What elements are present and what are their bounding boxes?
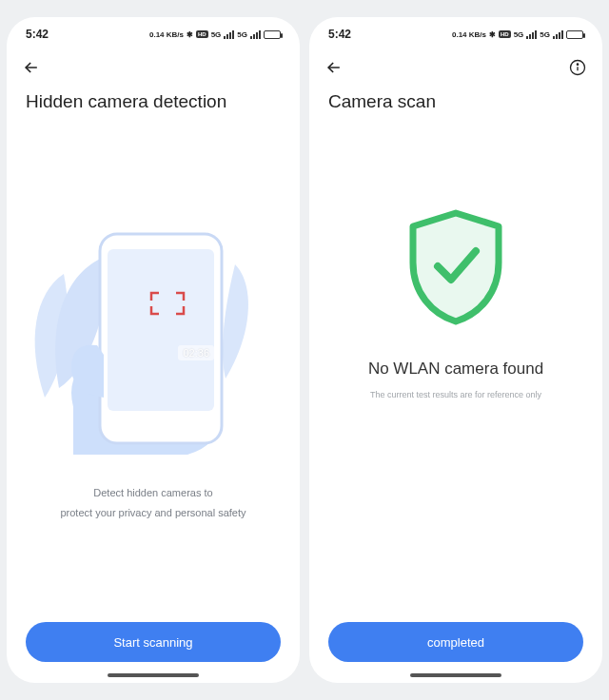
net-label-2: 5G — [540, 30, 550, 39]
bluetooth-icon: ✱ — [187, 30, 193, 39]
signal-icon-2 — [250, 30, 261, 39]
battery-icon — [566, 30, 583, 39]
result-subtitle: The current test results are for referen… — [370, 390, 541, 399]
status-indicators: 0.14 KB/s ✱ HD 5G 5G — [149, 30, 281, 39]
screen-hidden-camera-detection: 5:42 0.14 KB/s ✱ HD 5G 5G Hidden camera … — [7, 17, 300, 683]
result-title: No WLAN camera found — [368, 360, 543, 379]
status-time: 5:42 — [328, 28, 351, 41]
battery-icon — [264, 30, 281, 39]
net-label-2: 5G — [237, 30, 247, 39]
button-label: completed — [427, 635, 484, 650]
info-button[interactable] — [568, 58, 587, 77]
bluetooth-icon: ✱ — [489, 30, 496, 39]
start-scanning-button[interactable]: Start scanning — [26, 622, 281, 662]
illustration-timer: 02:36 — [178, 345, 214, 360]
svg-rect-1 — [108, 249, 214, 411]
back-button[interactable] — [22, 58, 41, 77]
signal-icon — [526, 30, 537, 39]
status-indicators: 0.14 KB/s ✱ HD 5G 5G — [452, 30, 583, 39]
illustration-hand-phone: 02:36 — [7, 131, 300, 455]
status-rate: 0.14 KB/s — [452, 30, 486, 39]
header — [7, 48, 300, 88]
status-rate: 0.14 KB/s — [149, 30, 184, 39]
description: Detect hidden cameras to protect your pr… — [31, 455, 274, 523]
description-line: Detect hidden cameras to — [60, 483, 246, 503]
signal-icon — [224, 30, 234, 39]
button-label: Start scanning — [113, 635, 192, 650]
back-button[interactable] — [324, 58, 344, 77]
completed-button[interactable]: completed — [328, 622, 583, 662]
page-title: Camera scan — [309, 88, 602, 122]
home-indicator[interactable] — [410, 673, 501, 677]
header — [309, 48, 602, 88]
status-time: 5:42 — [26, 28, 49, 41]
svg-point-4 — [577, 64, 578, 65]
home-indicator[interactable] — [108, 673, 199, 677]
signal-icon-2 — [553, 30, 563, 39]
net-label: 5G — [514, 30, 524, 39]
status-bar: 5:42 0.14 KB/s ✱ HD 5G 5G — [309, 17, 602, 48]
screen-camera-scan: 5:42 0.14 KB/s ✱ HD 5G 5G Camera scan — [309, 17, 602, 683]
status-bar: 5:42 0.14 KB/s ✱ HD 5G 5G — [7, 17, 300, 48]
shield-check-icon — [403, 207, 508, 331]
description-line: protect your privacy and personal safety — [60, 503, 246, 523]
page-title: Hidden camera detection — [7, 88, 300, 122]
net-label: 5G — [211, 30, 222, 39]
hd-icon: HD — [196, 30, 208, 38]
hd-icon: HD — [499, 30, 511, 38]
